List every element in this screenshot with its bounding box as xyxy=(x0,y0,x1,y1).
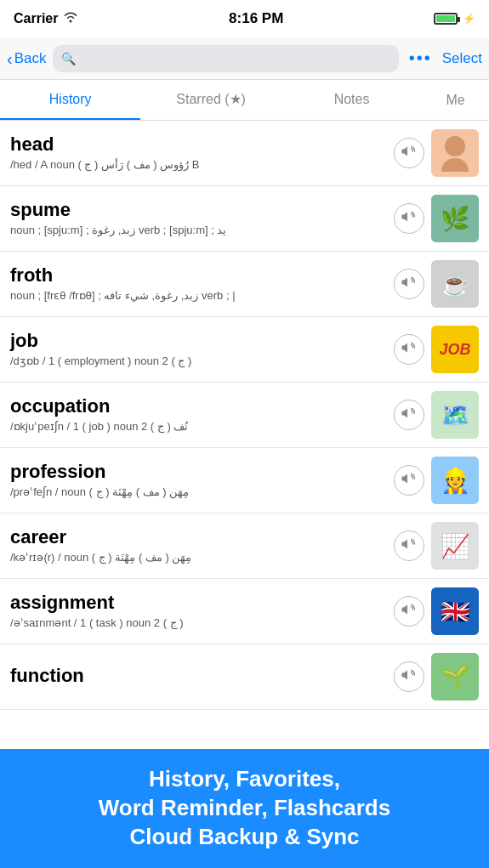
speaker-icon xyxy=(401,406,417,424)
word-content: froth noun ; [frɛθ /frɒθ] ; زبد, رغوة, ش… xyxy=(10,264,387,303)
word-title: job xyxy=(10,330,387,352)
word-content: profession /prəˈfeʃn / noun ( ج ) مِهَن … xyxy=(10,461,387,499)
battery-area: ⚡ xyxy=(434,13,475,25)
speaker-icon xyxy=(401,667,417,686)
word-item-occupation[interactable]: occupation /ɒkjuˈpeɪʃn / 1 ( job ) noun … xyxy=(0,383,489,448)
word-detail: /kəˈrɪə(r) / noun ( ج ) مِهَن ( مف ) مِه… xyxy=(10,551,387,565)
battery-icon xyxy=(434,13,458,25)
word-list: head /hed / A noun ( ج ) رُؤوس ( مف ) رَ… xyxy=(0,121,489,710)
word-actions xyxy=(394,465,424,496)
word-content: occupation /ɒkjuˈpeɪʃn / 1 ( job ) noun … xyxy=(10,395,387,434)
word-thumbnail: 🌿 xyxy=(431,195,479,242)
speaker-button[interactable] xyxy=(394,269,424,299)
carrier-wifi: Carrier xyxy=(14,11,78,26)
word-content: job /dʒɒb / 1 ( employment ) noun 2 ( ج … xyxy=(10,330,387,368)
speaker-button[interactable] xyxy=(394,400,424,430)
word-title: occupation xyxy=(10,395,387,417)
tab-more[interactable]: Me xyxy=(422,80,489,120)
word-title: froth xyxy=(10,264,387,286)
word-item-head[interactable]: head /hed / A noun ( ج ) رُؤوس ( مف ) رَ… xyxy=(0,121,489,186)
word-item-assignment[interactable]: assignment /əˈsaɪnmənt / 1 ( task ) noun… xyxy=(0,579,489,644)
speaker-button[interactable] xyxy=(394,138,424,168)
tab-starred[interactable]: Starred (★) xyxy=(140,80,281,120)
speaker-icon xyxy=(401,471,417,490)
speaker-button[interactable] xyxy=(394,465,424,496)
svg-point-0 xyxy=(445,136,465,156)
word-detail: /ɒkjuˈpeɪʃn / 1 ( job ) noun 2 ( ج ) نُف xyxy=(10,420,387,434)
word-actions xyxy=(394,334,424,365)
word-detail: /hed / A noun ( ج ) رُؤوس ( مف ) رَأس B xyxy=(10,158,387,173)
carrier-label: Carrier xyxy=(14,11,58,26)
promo-banner: History, Favorites, Word Reminder, Flash… xyxy=(0,749,489,868)
speaker-icon xyxy=(401,144,417,162)
word-title: spume xyxy=(10,199,387,221)
speaker-icon xyxy=(401,209,417,228)
tab-history[interactable]: History xyxy=(0,80,140,120)
word-actions xyxy=(394,400,424,430)
word-detail: /əˈsaɪnmənt / 1 ( task ) noun 2 ( ج ) ‌ xyxy=(10,616,387,631)
speaker-button[interactable] xyxy=(394,530,424,561)
speaker-icon xyxy=(401,275,417,293)
promo-text: History, Favorites, Word Reminder, Flash… xyxy=(99,765,390,851)
search-icon: 🔍 xyxy=(61,52,76,65)
word-detail: noun ; [frɛθ /frɒθ] ; زبد, رغوة, شيء تاف… xyxy=(10,289,387,304)
lightning-icon: ⚡ xyxy=(463,13,475,25)
tab-notes[interactable]: Notes xyxy=(281,80,422,120)
back-label: Back xyxy=(14,50,47,67)
speaker-button[interactable] xyxy=(394,596,424,627)
back-chevron-icon: ‹ xyxy=(7,50,13,67)
word-title: assignment xyxy=(10,592,387,614)
word-content: spume noun ; [spju:m] ; زبد, رغوة verb ;… xyxy=(10,199,387,237)
word-content: career /kəˈrɪə(r) / noun ( ج ) مِهَن ( م… xyxy=(10,526,387,564)
word-title: function xyxy=(10,665,387,687)
tab-bar: History Starred (★) Notes Me xyxy=(0,80,489,121)
word-item-profession[interactable]: profession /prəˈfeʃn / noun ( ج ) مِهَن … xyxy=(0,448,489,513)
word-actions xyxy=(394,269,424,299)
word-actions xyxy=(394,138,424,168)
more-button[interactable]: ••• xyxy=(406,48,435,68)
word-item-function[interactable]: function 🌱 xyxy=(0,644,489,710)
word-detail: /dʒɒb / 1 ( employment ) noun 2 ( ج ) xyxy=(10,355,387,369)
word-item-spume[interactable]: spume noun ; [spju:m] ; زبد, رغوة verb ;… xyxy=(0,186,489,252)
word-item-job[interactable]: job /dʒɒb / 1 ( employment ) noun 2 ( ج … xyxy=(0,317,489,383)
speaker-icon xyxy=(401,340,417,359)
word-thumbnail xyxy=(431,129,479,177)
word-thumbnail: JOB xyxy=(431,326,479,373)
word-thumbnail: 🗺️ xyxy=(431,391,479,439)
speaker-icon xyxy=(401,536,417,555)
word-content: function xyxy=(10,665,387,689)
nav-bar: ‹ Back 🔍 ••• Select xyxy=(0,37,489,80)
time-display: 8:16 PM xyxy=(229,10,283,27)
word-actions xyxy=(394,596,424,627)
word-thumbnail: ☕ xyxy=(431,260,479,308)
status-bar: Carrier 8:16 PM ⚡ xyxy=(0,0,489,37)
word-title: profession xyxy=(10,461,387,483)
speaker-button[interactable] xyxy=(394,203,424,234)
speaker-button[interactable] xyxy=(394,334,424,365)
word-detail: /prəˈfeʃn / noun ( ج ) مِهَن ( مف ) مِهْ… xyxy=(10,485,387,500)
wifi-icon xyxy=(63,11,78,26)
word-content: head /hed / A noun ( ج ) رُؤوس ( مف ) رَ… xyxy=(10,133,387,172)
word-title: head xyxy=(10,133,387,156)
word-thumbnail: 🌱 xyxy=(431,653,479,701)
speaker-icon xyxy=(401,602,417,621)
word-content: assignment /əˈsaɪnmənt / 1 ( task ) noun… xyxy=(10,592,387,630)
speaker-button[interactable] xyxy=(394,661,424,692)
word-actions xyxy=(394,661,424,692)
back-button[interactable]: ‹ Back xyxy=(7,50,46,67)
word-item-career[interactable]: career /kəˈrɪə(r) / noun ( ج ) مِهَن ( م… xyxy=(0,513,489,579)
word-actions xyxy=(394,530,424,561)
word-thumbnail: 📈 xyxy=(431,522,479,570)
word-item-froth[interactable]: froth noun ; [frɛθ /frɒθ] ; زبد, رغوة, ش… xyxy=(0,252,489,317)
word-thumbnail: 🇬🇧 xyxy=(431,587,479,635)
word-actions xyxy=(394,203,424,234)
select-button[interactable]: Select xyxy=(442,50,482,67)
word-title: career xyxy=(10,526,387,548)
word-thumbnail: 👷 xyxy=(431,457,479,504)
search-box[interactable]: 🔍 xyxy=(53,45,398,72)
word-detail: noun ; [spju:m] ; زبد, رغوة verb ; [spju… xyxy=(10,224,387,238)
